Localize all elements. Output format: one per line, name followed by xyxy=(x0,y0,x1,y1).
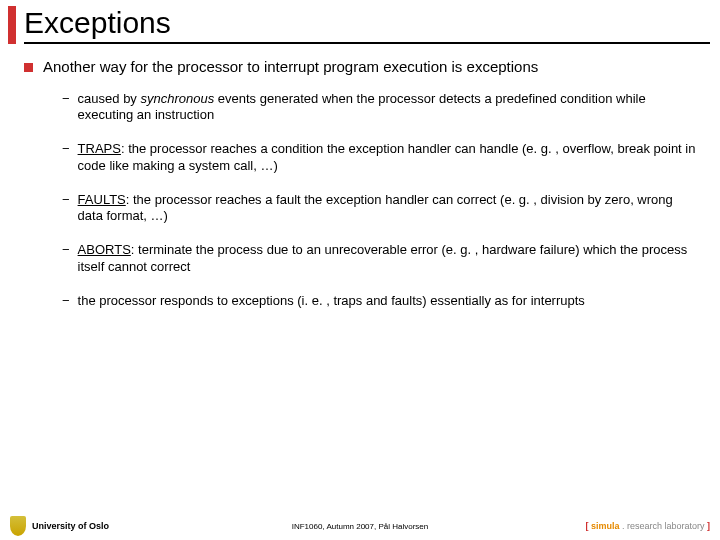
text-fragment: : the processor reaches a condition the … xyxy=(78,141,696,172)
text-fragment: caused by xyxy=(78,91,141,106)
dash-bullet-icon: − xyxy=(62,192,70,225)
dash-bullet-icon: − xyxy=(62,141,70,174)
bullet-level2-text: FAULTS: the processor reaches a fault th… xyxy=(78,192,696,225)
footer: University of Oslo INF1060, Autumn 2007,… xyxy=(0,516,720,536)
title-accent xyxy=(8,6,16,44)
underline-label: FAULTS xyxy=(78,192,126,207)
dash-bullet-icon: − xyxy=(62,91,70,124)
footer-left: University of Oslo xyxy=(10,516,109,536)
bullet-level1: Another way for the processor to interru… xyxy=(24,58,696,77)
bullet-level2: − the processor responds to exceptions (… xyxy=(62,293,696,309)
logo-text: simula xyxy=(591,521,622,531)
bullet-level2: − TRAPS: the processor reaches a conditi… xyxy=(62,141,696,174)
text-fragment: : terminate the process due to an unreco… xyxy=(78,242,688,273)
bracket-icon: ] xyxy=(707,521,710,531)
italic-text: synchronous xyxy=(140,91,214,106)
underline-label: TRAPS xyxy=(78,141,121,156)
logo-text: research laboratory xyxy=(627,521,707,531)
slide-title: Exceptions xyxy=(24,6,710,44)
bullet-level2-text: TRAPS: the processor reaches a condition… xyxy=(78,141,696,174)
bullet-level2-text: the processor responds to exceptions (i.… xyxy=(78,293,696,309)
bullet-level2: − FAULTS: the processor reaches a fault … xyxy=(62,192,696,225)
dash-bullet-icon: − xyxy=(62,293,70,309)
footer-right: [ simula . research laboratory ] xyxy=(585,521,710,531)
text-fragment: : the processor reaches a fault the exce… xyxy=(78,192,673,223)
bullet-level1-text: Another way for the processor to interru… xyxy=(43,58,696,77)
sublist: − caused by synchronous events generated… xyxy=(24,91,696,309)
square-bullet-icon xyxy=(24,63,33,72)
bullet-level2: − caused by synchronous events generated… xyxy=(62,91,696,124)
underline-label: ABORTS xyxy=(78,242,131,257)
bullet-level2-text: ABORTS: terminate the process due to an … xyxy=(78,242,696,275)
slide-content: Another way for the processor to interru… xyxy=(0,44,720,309)
dash-bullet-icon: − xyxy=(62,242,70,275)
title-bar: Exceptions xyxy=(0,0,720,44)
bullet-level2-text: caused by synchronous events generated w… xyxy=(78,91,696,124)
crest-icon xyxy=(10,516,26,536)
footer-center: INF1060, Autumn 2007, Pål Halvorsen xyxy=(292,522,429,531)
footer-university: University of Oslo xyxy=(32,521,109,531)
bullet-level2: − ABORTS: terminate the process due to a… xyxy=(62,242,696,275)
